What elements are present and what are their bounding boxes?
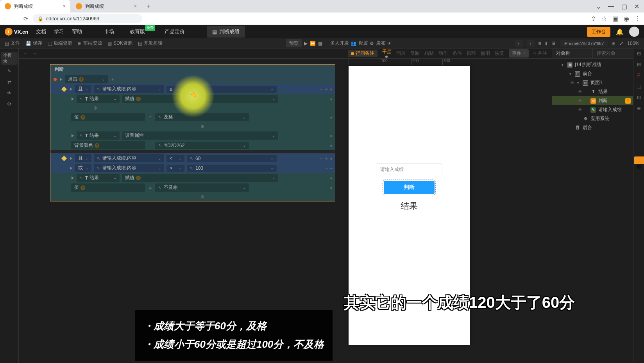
tree-back-node[interactable]: 🗄 后台: [552, 123, 633, 132]
remark-btn[interactable]: ›› 备注: [533, 50, 547, 57]
backend-res[interactable]: ⬚ 后端资源: [48, 40, 72, 47]
eye-icon[interactable]: 👁: [578, 90, 583, 94]
tool-a-icon[interactable]: ⊟: [637, 51, 641, 56]
close-window-icon[interactable]: ✕: [634, 3, 639, 10]
expand-icon[interactable]: [72, 134, 74, 137]
tree-page[interactable]: 👁▾ ▭ 页面1: [552, 78, 633, 87]
eye-icon[interactable]: 👁: [578, 99, 583, 103]
param-value-input[interactable]: ↖及格: [155, 113, 249, 121]
cond-right-input[interactable]: ↖60: [187, 86, 277, 93]
action-row-target[interactable]: ↖T 结果 赋值 ? ●: [50, 94, 335, 104]
row-dot-icon[interactable]: ●: [330, 87, 333, 92]
action-select[interactable]: 赋值 ?: [122, 95, 278, 103]
row-dot-icon[interactable]: ●: [330, 133, 333, 138]
minimize-icon[interactable]: —: [608, 3, 614, 10]
cond-op-select[interactable]: >: [166, 165, 184, 172]
tool-f-icon[interactable]: ⊕: [637, 106, 641, 111]
action-row-target[interactable]: ↖T 结果 设置属性 ●: [50, 131, 335, 140]
row-plus-icon[interactable]: +: [325, 156, 327, 161]
expand-icon[interactable]: [70, 88, 72, 91]
eye-icon[interactable]: 👁: [578, 108, 583, 112]
condition-row-or[interactable]: 或 ↖请输入成绩.内容 > ↖100 −+: [50, 163, 335, 173]
tool-gear-icon[interactable]: ⚙: [0, 99, 18, 110]
action-add-row[interactable]: ⊕: [50, 192, 335, 201]
redo-btn[interactable]: 恢复: [495, 50, 504, 57]
eye-icon[interactable]: 👁: [570, 81, 575, 85]
qr-icon[interactable]: ▩: [318, 41, 322, 46]
cond-left-select[interactable]: ↖请输入成绩.内容: [94, 164, 164, 172]
row-dot-icon[interactable]: ●: [330, 156, 333, 161]
judge-button[interactable]: 判断: [384, 181, 435, 194]
tree-input-node[interactable]: 👁 ✎ 请输入成绩: [552, 105, 633, 114]
action-select[interactable]: 赋值 ?: [122, 174, 278, 182]
logo[interactable]: i VX.cn: [5, 28, 28, 36]
history-back[interactable]: ‹: [515, 40, 523, 47]
row-dot-icon[interactable]: ●: [330, 176, 333, 180]
zoom-value[interactable]: 100%: [627, 41, 639, 46]
row-dot-icon[interactable]: ●: [330, 185, 333, 190]
nav-docs[interactable]: 文档: [36, 28, 46, 35]
tree-front[interactable]: ▾ ☐ 前台: [552, 69, 633, 78]
history-fwd[interactable]: ›: [527, 40, 535, 47]
loop-btn[interactable]: 循环: [467, 50, 476, 57]
expand-icon[interactable]: [60, 78, 62, 81]
cond-op-select[interactable]: <: [166, 155, 184, 162]
profile-icon[interactable]: ◉: [624, 15, 629, 22]
condition-row-if[interactable]: 且 ↖请输入成绩.内容 ≥ ↖60 −+●: [50, 84, 335, 94]
target-select[interactable]: ↖T 结果: [77, 131, 120, 140]
cond-btn[interactable]: 条件: [453, 50, 462, 57]
action-add-row[interactable]: ⊕: [50, 122, 335, 131]
events-btn[interactable]: 事件 +: [509, 49, 528, 58]
row-plus-icon[interactable]: +: [330, 166, 333, 171]
event-type-select[interactable]: 点击 ?: [65, 75, 108, 83]
action-row-target[interactable]: ↖T 结果 赋值 ? ●: [50, 173, 335, 183]
tool-d-icon[interactable]: ⬚: [637, 84, 641, 89]
small-module-label[interactable]: 小模块: [1, 52, 18, 65]
tool-edit-icon[interactable]: ✎: [0, 66, 18, 77]
panel-back-icon[interactable]: ←: [23, 51, 28, 56]
split-icon[interactable]: ⫿: [545, 41, 547, 46]
menu-icon[interactable]: ⋮: [635, 15, 641, 22]
row-dot-icon[interactable]: ●: [330, 115, 333, 120]
action-btn[interactable]: 动作: [438, 50, 448, 57]
cond-type-select[interactable]: 或: [75, 164, 91, 172]
undo-btn[interactable]: 撤消: [481, 50, 490, 57]
target-select[interactable]: ↖T 结果: [77, 174, 120, 182]
target-select[interactable]: ↖T 结果: [77, 95, 120, 103]
config[interactable]: 配置 ⚙: [359, 40, 374, 47]
tool-b-icon[interactable]: ⊞: [637, 62, 641, 67]
browser-tab-inactive[interactable]: 判断成绩 ×: [71, 0, 141, 13]
play-fast-icon[interactable]: ⏩: [310, 41, 316, 46]
tree-root[interactable]: ▾ ▣ [14]判断成绩: [552, 60, 633, 69]
tool-e-icon[interactable]: ⊡: [637, 95, 641, 100]
tab-close-icon[interactable]: ×: [134, 4, 137, 9]
share-icon[interactable]: ⇪: [591, 15, 596, 22]
row-minus-icon[interactable]: −: [320, 156, 322, 161]
tree-result-node[interactable]: 👁 T 结果: [552, 87, 633, 96]
event-row-click[interactable]: 点击 ? +: [50, 74, 335, 84]
expand-icon[interactable]: [70, 167, 72, 170]
current-project-tab[interactable]: ▤ 判断成绩: [207, 26, 245, 38]
row-dot-icon[interactable]: ●: [330, 97, 333, 101]
save-button[interactable]: 💾 保存: [25, 40, 42, 47]
action-param-row[interactable]: 值 ? = ↖不及格 ●: [50, 183, 335, 192]
nav-pricing[interactable]: 产品定价: [165, 28, 185, 35]
cond-right-input[interactable]: ↖60: [187, 155, 277, 162]
avatar[interactable]: [629, 27, 639, 37]
row-dot-icon[interactable]: ●: [330, 143, 333, 148]
cond-right-input[interactable]: ↖100: [187, 165, 277, 172]
param-value-input[interactable]: ↖不及格: [155, 183, 249, 192]
nav-learn[interactable]: 学习: [54, 28, 64, 35]
expand-icon[interactable]: [72, 176, 74, 180]
action-add-row[interactable]: ⊕: [50, 104, 335, 112]
add-event-icon[interactable]: +: [111, 77, 114, 82]
workbench-button[interactable]: 工作台: [587, 27, 610, 37]
tool-c-icon[interactable]: F: [637, 73, 640, 78]
publish[interactable]: 发布 ✈: [376, 40, 391, 47]
grid-icon[interactable]: ⊞: [612, 41, 615, 46]
copy-btn[interactable]: 复制: [410, 50, 420, 57]
device-selector[interactable]: iPhone6/7/8 375*667: [560, 40, 608, 47]
dev-steps[interactable]: ▤ 开发步骤: [138, 40, 163, 47]
sdk-res[interactable]: ▦ SDK资源: [107, 40, 132, 47]
condition-row-if[interactable]: 且 ↖请输入成绩.内容 < ↖60 −+●: [50, 153, 335, 163]
